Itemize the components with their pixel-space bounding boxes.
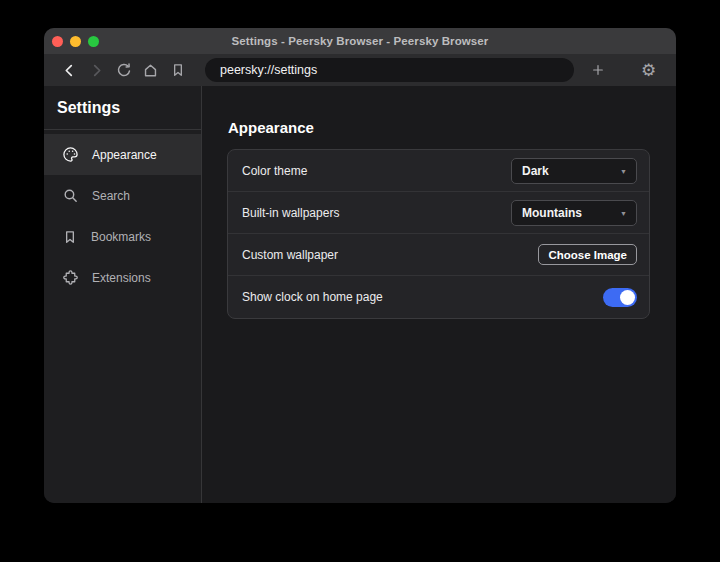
settings-sidebar: Settings Appearance bbox=[44, 86, 202, 503]
setting-row-custom-wallpaper: Custom wallpaper Choose Image bbox=[228, 234, 649, 276]
sidebar-item-extensions[interactable]: Extensions bbox=[44, 257, 201, 298]
caret-down-icon: ▼ bbox=[620, 168, 627, 175]
color-theme-select[interactable]: Dark ▼ bbox=[511, 158, 637, 184]
url-text: peersky://settings bbox=[220, 63, 317, 77]
navigation-bar: peersky://settings ⚙ bbox=[44, 54, 676, 86]
toggle-knob bbox=[620, 290, 635, 305]
sidebar-item-search[interactable]: Search bbox=[44, 175, 201, 216]
minimize-button[interactable] bbox=[70, 36, 81, 47]
sidebar-title: Settings bbox=[57, 99, 187, 117]
bookmark-icon bbox=[170, 62, 186, 78]
sidebar-item-label: Search bbox=[92, 189, 130, 203]
appearance-settings-card: Color theme Dark ▼ Built-in wallpapers M… bbox=[227, 149, 650, 319]
choose-image-button[interactable]: Choose Image bbox=[538, 244, 637, 265]
setting-label: Built-in wallpapers bbox=[242, 206, 339, 220]
setting-label: Custom wallpaper bbox=[242, 248, 338, 262]
setting-row-show-clock: Show clock on home page bbox=[228, 276, 649, 318]
close-button[interactable] bbox=[52, 36, 63, 47]
forward-button[interactable] bbox=[83, 57, 110, 84]
page-title: Appearance bbox=[228, 119, 650, 136]
sidebar-header: Settings bbox=[44, 86, 201, 130]
chevron-right-icon bbox=[88, 62, 105, 79]
bookmark-button[interactable] bbox=[164, 57, 191, 84]
select-value: Mountains bbox=[522, 206, 582, 220]
sidebar-item-label: Appearance bbox=[92, 148, 157, 162]
window-title: Settings - Peersky Browser - Peersky Bro… bbox=[44, 35, 676, 47]
sidebar-item-bookmarks[interactable]: Bookmarks bbox=[44, 216, 201, 257]
select-value: Dark bbox=[522, 164, 549, 178]
sidebar-item-appearance[interactable]: Appearance bbox=[44, 134, 201, 175]
back-button[interactable] bbox=[56, 57, 83, 84]
settings-main-panel: Appearance Color theme Dark ▼ Built-in w… bbox=[202, 86, 676, 503]
reload-button[interactable] bbox=[110, 57, 137, 84]
browser-settings-button[interactable]: ⚙ bbox=[635, 57, 662, 84]
home-icon bbox=[142, 62, 159, 79]
home-button[interactable] bbox=[137, 57, 164, 84]
palette-icon bbox=[62, 146, 79, 163]
setting-label: Color theme bbox=[242, 164, 307, 178]
clock-toggle[interactable] bbox=[603, 288, 637, 307]
zoom-button[interactable] bbox=[88, 36, 99, 47]
sidebar-item-label: Extensions bbox=[92, 271, 151, 285]
plus-icon bbox=[590, 62, 606, 78]
content-area: Settings Appearance bbox=[44, 86, 676, 503]
title-bar: Settings - Peersky Browser - Peersky Bro… bbox=[44, 28, 676, 54]
sidebar-item-label: Bookmarks bbox=[91, 230, 151, 244]
chevron-left-icon bbox=[61, 62, 78, 79]
magnifier-icon bbox=[62, 187, 79, 204]
setting-row-builtin-wallpapers: Built-in wallpapers Mountains ▼ bbox=[228, 192, 649, 234]
puzzle-icon bbox=[62, 269, 79, 286]
sidebar-nav: Appearance Search Bookmarks bbox=[44, 134, 201, 298]
reload-icon bbox=[116, 62, 132, 78]
setting-row-color-theme: Color theme Dark ▼ bbox=[228, 150, 649, 192]
wallpaper-select[interactable]: Mountains ▼ bbox=[511, 200, 637, 226]
gear-icon: ⚙ bbox=[641, 62, 656, 79]
browser-window: Settings - Peersky Browser - Peersky Bro… bbox=[44, 28, 676, 503]
setting-label: Show clock on home page bbox=[242, 290, 383, 304]
address-bar[interactable]: peersky://settings bbox=[205, 58, 574, 82]
bookmark-icon bbox=[62, 229, 78, 245]
traffic-lights bbox=[52, 28, 99, 54]
new-tab-button[interactable] bbox=[584, 57, 611, 84]
caret-down-icon: ▼ bbox=[620, 210, 627, 217]
